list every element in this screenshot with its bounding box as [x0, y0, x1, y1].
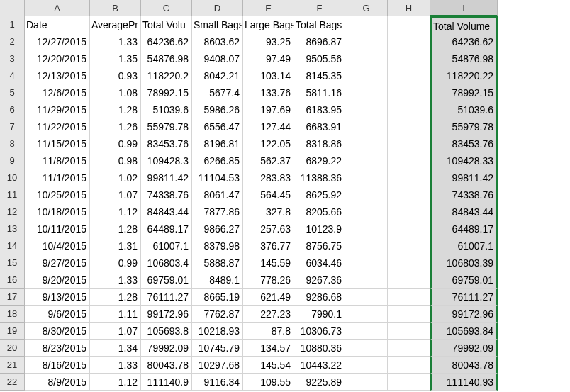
cell-E6[interactable]: 197.69 — [243, 101, 294, 118]
cell-G22[interactable] — [345, 374, 388, 391]
col-header-G[interactable]: G — [345, 0, 388, 16]
cell-C19[interactable]: 105693.8 — [141, 323, 192, 340]
cell-A21[interactable]: 8/16/2015 — [25, 357, 90, 374]
cell-F8[interactable]: 8318.86 — [294, 135, 345, 152]
cell-C22[interactable]: 111140.9 — [141, 374, 192, 391]
cell-F10[interactable]: 11388.36 — [294, 169, 345, 186]
cell-E15[interactable]: 145.59 — [243, 254, 294, 271]
cell-I7[interactable]: 55979.78 — [430, 118, 498, 135]
cell-F2[interactable]: 8696.87 — [294, 33, 345, 50]
cell-B6[interactable]: 1.28 — [90, 101, 141, 118]
cell-I8[interactable]: 83453.76 — [430, 135, 498, 152]
cell-A3[interactable]: 12/20/2015 — [25, 50, 90, 67]
row-header-13[interactable]: 13 — [0, 220, 25, 237]
cell-B4[interactable]: 0.93 — [90, 67, 141, 84]
cell-B11[interactable]: 1.07 — [90, 186, 141, 203]
col-header-F[interactable]: F — [294, 0, 345, 16]
row-header-22[interactable]: 22 — [0, 374, 25, 391]
cell-H8[interactable] — [388, 135, 430, 152]
cell-D17[interactable]: 8665.19 — [192, 289, 243, 306]
cell-C7[interactable]: 55979.78 — [141, 118, 192, 135]
cell-D20[interactable]: 10745.79 — [192, 340, 243, 357]
cell-C16[interactable]: 69759.01 — [141, 271, 192, 289]
cell-D14[interactable]: 8379.98 — [192, 237, 243, 254]
cell-C11[interactable]: 74338.76 — [141, 186, 192, 203]
row-header-8[interactable]: 8 — [0, 135, 25, 152]
select-all-corner[interactable] — [0, 0, 25, 16]
cell-H13[interactable] — [388, 220, 430, 237]
cell-C15[interactable]: 106803.4 — [141, 254, 192, 271]
cell-C20[interactable]: 79992.09 — [141, 340, 192, 357]
cell-H21[interactable] — [388, 357, 430, 374]
cell-D19[interactable]: 10218.93 — [192, 323, 243, 340]
cell-F4[interactable]: 8145.35 — [294, 67, 345, 84]
cell-G4[interactable] — [345, 67, 388, 84]
cell-F13[interactable]: 10123.9 — [294, 220, 345, 237]
cell-G5[interactable] — [345, 84, 388, 101]
cell-I22[interactable]: 111140.93 — [430, 374, 498, 391]
cell-E5[interactable]: 133.76 — [243, 84, 294, 101]
cell-F16[interactable]: 9267.36 — [294, 271, 345, 289]
row-header-1[interactable]: 1 — [0, 16, 25, 33]
cell-A1[interactable]: Date — [25, 16, 90, 33]
cell-D12[interactable]: 7877.86 — [192, 203, 243, 220]
cell-B2[interactable]: 1.33 — [90, 33, 141, 50]
cell-G11[interactable] — [345, 186, 388, 203]
cell-D8[interactable]: 8196.81 — [192, 135, 243, 152]
row-header-11[interactable]: 11 — [0, 186, 25, 203]
cell-A20[interactable]: 8/23/2015 — [25, 340, 90, 357]
cell-B19[interactable]: 1.07 — [90, 323, 141, 340]
cell-B20[interactable]: 1.34 — [90, 340, 141, 357]
cell-D15[interactable]: 5888.87 — [192, 254, 243, 271]
cell-G19[interactable] — [345, 323, 388, 340]
cell-H22[interactable] — [388, 374, 430, 391]
cell-E7[interactable]: 127.44 — [243, 118, 294, 135]
cell-B14[interactable]: 1.31 — [90, 237, 141, 254]
cell-H17[interactable] — [388, 289, 430, 306]
row-header-5[interactable]: 5 — [0, 84, 25, 101]
cell-B7[interactable]: 1.26 — [90, 118, 141, 135]
cell-E3[interactable]: 97.49 — [243, 50, 294, 67]
cell-G16[interactable] — [345, 271, 388, 289]
cell-I4[interactable]: 118220.22 — [430, 67, 498, 84]
col-header-H[interactable]: H — [388, 0, 430, 16]
cell-C13[interactable]: 64489.17 — [141, 220, 192, 237]
cell-A14[interactable]: 10/4/2015 — [25, 237, 90, 254]
cell-B22[interactable]: 1.12 — [90, 374, 141, 391]
cell-H5[interactable] — [388, 84, 430, 101]
row-header-2[interactable]: 2 — [0, 33, 25, 50]
cell-B8[interactable]: 0.99 — [90, 135, 141, 152]
row-header-10[interactable]: 10 — [0, 169, 25, 186]
cell-H1[interactable] — [388, 16, 430, 33]
cell-A22[interactable]: 8/9/2015 — [25, 374, 90, 391]
cell-E12[interactable]: 327.8 — [243, 203, 294, 220]
cell-H6[interactable] — [388, 101, 430, 118]
cell-E2[interactable]: 93.25 — [243, 33, 294, 50]
cell-A4[interactable]: 12/13/2015 — [25, 67, 90, 84]
cell-G12[interactable] — [345, 203, 388, 220]
cell-D5[interactable]: 5677.4 — [192, 84, 243, 101]
cell-C9[interactable]: 109428.3 — [141, 152, 192, 169]
cell-I5[interactable]: 78992.15 — [430, 84, 498, 101]
cell-A16[interactable]: 9/20/2015 — [25, 271, 90, 289]
cell-G18[interactable] — [345, 306, 388, 323]
cell-C3[interactable]: 54876.98 — [141, 50, 192, 67]
cell-B21[interactable]: 1.33 — [90, 357, 141, 374]
cell-I19[interactable]: 105693.84 — [430, 323, 498, 340]
cell-E14[interactable]: 376.77 — [243, 237, 294, 254]
cell-I11[interactable]: 74338.76 — [430, 186, 498, 203]
cell-E9[interactable]: 562.37 — [243, 152, 294, 169]
cell-H3[interactable] — [388, 50, 430, 67]
cell-F6[interactable]: 6183.95 — [294, 101, 345, 118]
cell-E8[interactable]: 122.05 — [243, 135, 294, 152]
cell-F5[interactable]: 5811.16 — [294, 84, 345, 101]
cell-A18[interactable]: 9/6/2015 — [25, 306, 90, 323]
cell-B17[interactable]: 1.28 — [90, 289, 141, 306]
cell-F14[interactable]: 8756.75 — [294, 237, 345, 254]
cell-A11[interactable]: 10/25/2015 — [25, 186, 90, 203]
cell-F11[interactable]: 8625.92 — [294, 186, 345, 203]
cell-F3[interactable]: 9505.56 — [294, 50, 345, 67]
cell-E18[interactable]: 227.23 — [243, 306, 294, 323]
cell-G10[interactable] — [345, 169, 388, 186]
cell-H12[interactable] — [388, 203, 430, 220]
